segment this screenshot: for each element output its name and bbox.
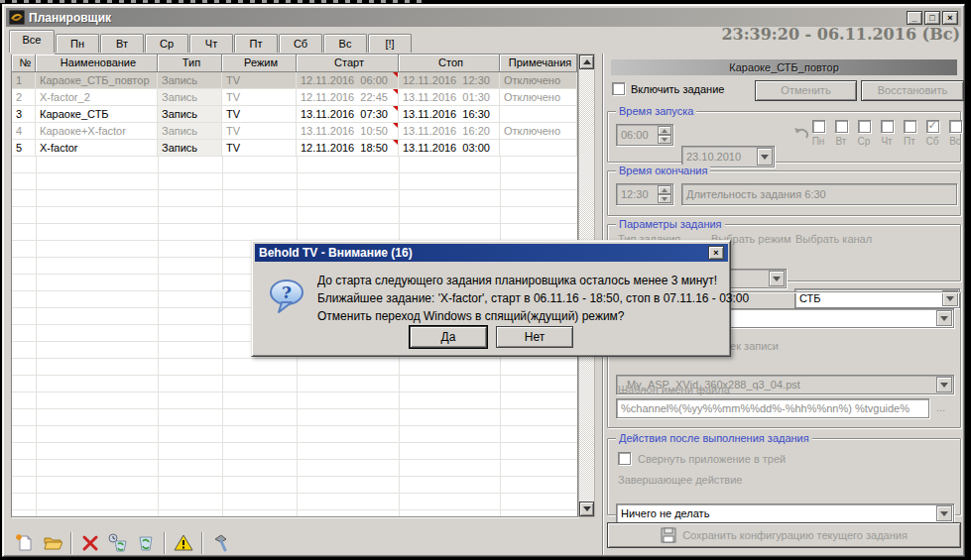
up-arrow-icon — [583, 59, 591, 64]
cell-mode: TV — [222, 140, 297, 157]
table-row[interactable]: 2 X-factor_2 Запись TV 12.11.2016 22:45 … — [12, 89, 577, 106]
filename-template-input[interactable]: %channel%(%yy%%mm%%dd%-%hh%%nn%) %tvguid… — [616, 398, 929, 418]
checkbox[interactable] — [881, 120, 894, 133]
new-task-icon[interactable] — [13, 531, 37, 555]
day-checkbox-mon[interactable]: Пн — [808, 120, 828, 147]
checkbox[interactable] — [904, 120, 916, 133]
yes-button[interactable]: Да — [410, 326, 487, 348]
col-start[interactable]: Старт — [297, 55, 399, 72]
table-row[interactable]: 3 Караоке_СТБ Запись TV 13.11.2016 07:30… — [12, 106, 577, 123]
duration-field: Длительность задания 6:30 — [681, 183, 957, 205]
tray-label: Свернуть приложение в трей — [638, 453, 786, 465]
dropdown-button[interactable] — [936, 505, 952, 521]
day-checkbox-thu[interactable]: Чт — [877, 120, 897, 147]
maximize-button[interactable]: □ — [924, 11, 940, 25]
checkbox[interactable] — [858, 120, 871, 133]
red-corner-marker — [393, 89, 398, 94]
cell-stop: 13.11.2016 16:20 — [399, 123, 500, 140]
no-button[interactable]: Нет — [496, 326, 573, 348]
cell-type: Запись — [158, 123, 222, 140]
clean-all-icon[interactable] — [134, 531, 158, 555]
scroll-up-button[interactable] — [579, 55, 594, 69]
end-time-spinner[interactable]: 12:30 — [616, 183, 673, 205]
dropdown-button[interactable] — [936, 310, 952, 326]
dropdown-button[interactable] — [757, 148, 773, 166]
checkbox-checked[interactable] — [926, 120, 939, 133]
table-row[interactable]: 1 Караоке_СТБ_повтор Запись TV 12.11.201… — [12, 72, 577, 89]
cell-num: 5 — [12, 140, 36, 157]
minimize-button[interactable]: _ — [907, 11, 922, 25]
chevron-down-icon — [940, 511, 948, 516]
cell-name: X-factor — [36, 140, 158, 157]
app-icon — [9, 10, 25, 25]
cell-num: 2 — [12, 89, 36, 106]
tools-hammer-icon[interactable] — [209, 531, 233, 555]
dialog-title: Behold TV - Внимание (16) — [259, 246, 706, 260]
start-time-spinner[interactable]: 06:00 — [616, 124, 673, 146]
tab-tue[interactable]: Вт — [100, 34, 144, 53]
day-checkbox-wed[interactable]: Ср — [854, 120, 874, 147]
delete-task-icon[interactable] — [78, 531, 102, 555]
checkbox[interactable] — [949, 120, 962, 133]
dialog-message-line2: Ближайшее задание: 'X-factor', старт в 0… — [317, 291, 719, 306]
tab-sat[interactable]: Сб — [279, 34, 322, 53]
cancel-button[interactable]: Отменить — [755, 80, 857, 101]
tab-fri[interactable]: Пт — [234, 34, 278, 53]
col-note[interactable]: Примечания — [500, 55, 577, 72]
red-corner-marker — [393, 140, 398, 145]
restore-button[interactable]: Восстановить — [861, 80, 964, 101]
close-button[interactable]: × — [942, 11, 958, 25]
cell-stop: 12.11.2016 12:30 — [399, 72, 500, 89]
day-checkbox-fri[interactable]: Пт — [900, 120, 919, 147]
tab-wed[interactable]: Ср — [145, 34, 188, 53]
final-action-combo[interactable]: Ничего не делать — [616, 504, 954, 523]
dropdown-button[interactable] — [936, 377, 952, 392]
cell-num: 3 — [12, 106, 36, 123]
table-row[interactable]: 5 X-factor Запись TV 12.11.2016 18:50 13… — [12, 140, 577, 157]
dialog-close-button[interactable]: × — [708, 246, 724, 260]
cell-stop: 13.11.2016 16:30 — [399, 106, 500, 123]
svg-text:?: ? — [282, 282, 292, 302]
cell-stop: 13.11.2016 03:00 — [399, 140, 500, 157]
cell-mode: TV — [222, 106, 297, 123]
col-type[interactable]: Тип — [158, 55, 222, 72]
warning-icon[interactable] — [172, 531, 195, 555]
col-stop[interactable]: Стоп — [399, 55, 500, 72]
cell-mode: TV — [222, 123, 297, 140]
cell-note: Отключено — [500, 123, 577, 140]
spin-down-icon — [662, 138, 668, 142]
clock-display: 23:39:20 - 06.11.2016 (Вс) — [602, 25, 960, 45]
save-config-button[interactable]: Сохранить конфигурацию текущего задания — [607, 522, 961, 548]
cell-stop: 13.11.2016 01:30 — [399, 89, 500, 106]
chevron-down-icon — [761, 155, 769, 160]
spinner-buttons[interactable] — [658, 126, 671, 144]
open-folder-icon[interactable] — [41, 531, 64, 555]
spin-up-icon — [662, 188, 668, 192]
day-checkbox-tue[interactable]: Вт — [831, 120, 851, 147]
checkbox[interactable] — [835, 120, 848, 133]
selected-task-header: Караоке_СТБ_повтор — [611, 59, 957, 75]
clean-expired-icon[interactable] — [106, 531, 130, 555]
table-row[interactable]: 4 Караоке+X-factor Запись TV 13.11.2016 … — [12, 123, 577, 140]
col-num[interactable]: № — [12, 55, 36, 72]
spinner-buttons[interactable] — [658, 185, 671, 203]
cell-start: 12.11.2016 22:45 — [297, 89, 399, 106]
tray-checkbox[interactable] — [618, 452, 631, 465]
dropdown-button[interactable] — [769, 271, 785, 286]
day-checkbox-sun[interactable]: Вс — [945, 120, 965, 147]
scroll-down-button[interactable] — [579, 502, 594, 516]
col-mode[interactable]: Режим — [222, 55, 297, 72]
day-checkbox-sat[interactable]: Сб — [922, 120, 942, 147]
tab-alert[interactable]: [!] — [368, 34, 412, 53]
enable-task-checkbox[interactable] — [612, 82, 625, 95]
tab-all[interactable]: Все — [9, 30, 55, 53]
browse-more-button[interactable]: ... — [936, 401, 945, 413]
tab-mon[interactable]: Пн — [56, 34, 99, 53]
tab-sun[interactable]: Вс — [323, 34, 367, 53]
spin-down-icon — [662, 197, 668, 201]
tab-thu[interactable]: Чт — [189, 34, 233, 53]
col-name[interactable]: Наименование — [36, 55, 158, 72]
down-arrow-icon — [583, 506, 591, 511]
checkbox[interactable] — [812, 120, 825, 133]
cell-num: 1 — [12, 72, 36, 89]
